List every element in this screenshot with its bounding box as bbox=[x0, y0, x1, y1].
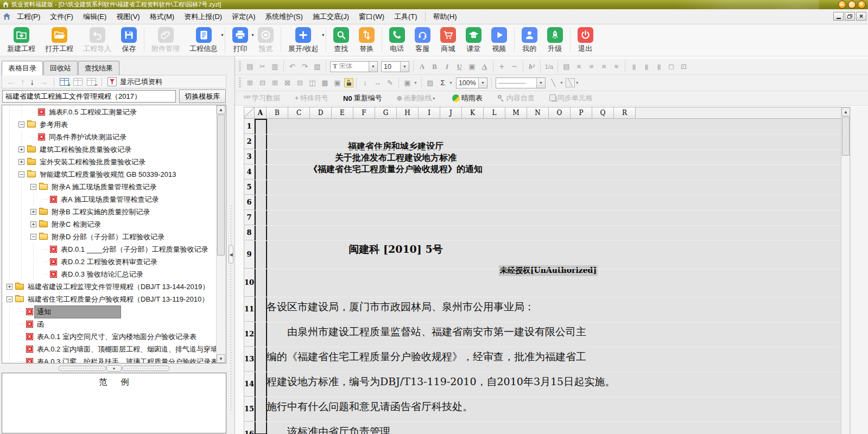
insert-column-icon[interactable]: ⊟ bbox=[294, 77, 306, 88]
tree-item[interactable]: +附录B 工程实施的质量控制记录 bbox=[2, 206, 226, 218]
tree-item[interactable]: ×表D.0.2 工程验收资料审查记录 bbox=[2, 256, 226, 268]
sidebar-tab[interactable]: 查找结果 bbox=[78, 61, 119, 75]
exit-button[interactable]: 退出 bbox=[573, 27, 598, 54]
column-header-O[interactable]: O bbox=[549, 107, 571, 119]
tree-item[interactable]: ×通知 bbox=[2, 305, 226, 318]
fill-color-icon[interactable]: ▣ bbox=[466, 61, 478, 72]
tree-item[interactable]: ×表A.0.3 门窗、护栏及扶手、玻璃工程质量分户验收记录表 bbox=[2, 355, 226, 363]
attachments-button[interactable]: 附件管理 bbox=[147, 27, 185, 54]
collapse-down-button[interactable]: ▼ bbox=[106, 365, 122, 372]
tree-scrollbar[interactable]: ▲ ▼ bbox=[216, 105, 226, 363]
bold-icon[interactable]: B bbox=[429, 61, 440, 72]
expand-plus-icon[interactable]: + bbox=[18, 159, 24, 165]
template-selector[interactable]: 福建省建筑工程施工文件管理规程（2017） bbox=[2, 90, 176, 103]
menu-item[interactable]: 格式(M) bbox=[145, 10, 180, 24]
compress-view-icon[interactable]: ⊡ bbox=[678, 61, 689, 72]
tree-item[interactable]: +福建省建设工程监理文件管理规程（DBJ/T 13-144-2019） bbox=[2, 280, 226, 293]
row-header-9[interactable]: 9 bbox=[244, 240, 255, 269]
expand-minus-icon[interactable]: − bbox=[7, 296, 12, 302]
dropdown-arrow-icon[interactable]: ▼ bbox=[536, 78, 545, 88]
mdi-close-button[interactable]: × bbox=[856, 12, 866, 21]
row-header-4[interactable]: 4 bbox=[244, 164, 255, 180]
copy-table-icon[interactable] bbox=[73, 78, 83, 86]
row-header-5[interactable]: 5 bbox=[244, 180, 255, 195]
fraction-icon[interactable]: 1/a bbox=[543, 61, 555, 72]
upgrade-button[interactable]: 升级 bbox=[542, 27, 568, 54]
cut-icon[interactable]: ✂ bbox=[257, 61, 268, 72]
menu-item[interactable]: 资料上报(D) bbox=[179, 10, 227, 24]
phone-button[interactable]: 电话 bbox=[384, 27, 410, 54]
tree-item[interactable]: −附录A 施工现场质量管理检查记录 bbox=[2, 181, 226, 193]
italic-icon[interactable]: I bbox=[441, 61, 453, 72]
dropdown-arrow-icon[interactable]: ▼ bbox=[414, 81, 417, 85]
collapse-left-button[interactable]: ◀ bbox=[229, 245, 233, 264]
redo-icon[interactable]: ↷ bbox=[299, 61, 311, 72]
insert-row-icon[interactable]: ⊞ bbox=[269, 77, 281, 88]
row-header-10[interactable]: 10 bbox=[244, 269, 255, 297]
menu-item[interactable]: 评定(A) bbox=[227, 10, 260, 24]
valign-bottom-icon[interactable]: ||| bbox=[653, 61, 664, 72]
grid-corner-cell[interactable] bbox=[244, 107, 255, 119]
expand-plus-icon[interactable]: + bbox=[30, 221, 36, 227]
expand-minus-icon[interactable]: − bbox=[18, 122, 24, 127]
new-project-button[interactable]: 新建工程 bbox=[2, 27, 40, 54]
row-header-2[interactable]: 2 bbox=[244, 134, 255, 149]
classroom-button[interactable]: 课堂 bbox=[461, 27, 486, 54]
import-project-button[interactable]: 工程导入 bbox=[78, 27, 116, 54]
learn-data-button[interactable]: ¹²³学习数据 bbox=[244, 93, 280, 103]
diagonal-cell-icon[interactable]: ╲ bbox=[566, 78, 575, 87]
scroll-up-button[interactable]: ▲ bbox=[217, 105, 225, 114]
align-right-icon[interactable]: ≡ bbox=[598, 61, 610, 72]
menu-item[interactable]: 文件(F) bbox=[45, 10, 78, 24]
font-dialog-icon[interactable]: A bbox=[416, 61, 428, 72]
document-scrollbar[interactable]: ▲ bbox=[841, 107, 850, 434]
column-header-H[interactable]: H bbox=[397, 107, 419, 119]
dropdown-arrow-icon[interactable]: ▼ bbox=[220, 33, 224, 37]
special-symbols-button[interactable]: +特殊符号 bbox=[295, 93, 328, 103]
document-page[interactable]: 福建省住房和城乡建设厅关于批准发布工程建设地方标准《福建省住宅工程质量分户验收规… bbox=[255, 119, 841, 434]
font-size-combo[interactable]: 10▼ bbox=[381, 61, 409, 72]
vertical-splitter[interactable]: ◀ bbox=[228, 56, 235, 434]
open-project-button[interactable]: 打开工程 bbox=[40, 27, 78, 54]
delete-table-icon[interactable]: − bbox=[87, 78, 96, 86]
cell-note-icon[interactable]: ▤ bbox=[561, 61, 572, 72]
font-color-icon[interactable]: A bbox=[479, 61, 490, 72]
sidebar-tab[interactable]: 回收站 bbox=[43, 61, 78, 75]
menu-item[interactable]: 帮助(H) bbox=[428, 10, 462, 24]
print-button[interactable]: 打印▼ bbox=[227, 27, 253, 54]
full-view-icon[interactable]: ◻ bbox=[666, 61, 677, 72]
superscript-icon[interactable]: b² bbox=[526, 61, 537, 72]
column-header-G[interactable]: G bbox=[375, 107, 397, 119]
add-table-icon[interactable]: + bbox=[60, 78, 69, 86]
lock-icon[interactable] bbox=[344, 78, 353, 87]
expand-plus-icon[interactable]: + bbox=[30, 209, 36, 215]
align-center-icon[interactable]: ≡ bbox=[586, 61, 597, 72]
mdi-minimize-button[interactable] bbox=[833, 12, 844, 21]
menu-item[interactable]: 施工交底(J) bbox=[308, 10, 354, 24]
row-height-icon[interactable]: ↕ bbox=[359, 77, 371, 88]
valign-top-icon[interactable]: ||| bbox=[628, 61, 639, 72]
column-header-B[interactable]: B bbox=[267, 107, 288, 119]
delete-cell-icon[interactable]: ⊟ bbox=[257, 77, 268, 88]
column-header-R[interactable]: R bbox=[614, 107, 636, 119]
row-header-14[interactable]: 14 bbox=[244, 372, 255, 397]
expand-plus-icon[interactable]: + bbox=[7, 284, 12, 290]
column-header-F[interactable]: F bbox=[353, 107, 375, 119]
expand-minus-icon[interactable]: − bbox=[18, 171, 24, 177]
diagonal-line-icon[interactable]: ╲ bbox=[548, 77, 559, 88]
column-header-Q[interactable]: Q bbox=[592, 107, 614, 119]
delete-row-icon[interactable]: ⊠ bbox=[282, 77, 293, 88]
copy-icon[interactable]: ▤ bbox=[244, 61, 256, 72]
column-header-D[interactable]: D bbox=[310, 107, 332, 119]
mine-button[interactable]: 我的 bbox=[517, 27, 542, 54]
insert-cell-icon[interactable]: ⊞ bbox=[244, 77, 256, 88]
switch-template-button[interactable]: 切换模板库 bbox=[179, 90, 226, 103]
tree-item[interactable]: −智能建筑工程质量验收规范 GB 50339-2013 bbox=[2, 168, 226, 181]
column-header-L[interactable]: L bbox=[484, 107, 505, 119]
row-header-13[interactable]: 13 bbox=[244, 347, 255, 372]
tree-item[interactable]: +建筑工程检验批质量验收记录 bbox=[2, 143, 226, 156]
row-header-6[interactable]: 6 bbox=[244, 195, 255, 210]
dropdown-arrow-icon[interactable]: ▼ bbox=[575, 81, 579, 85]
splitter-grip[interactable] bbox=[59, 366, 106, 371]
content-check-button[interactable]: 内容自查 bbox=[497, 93, 535, 103]
